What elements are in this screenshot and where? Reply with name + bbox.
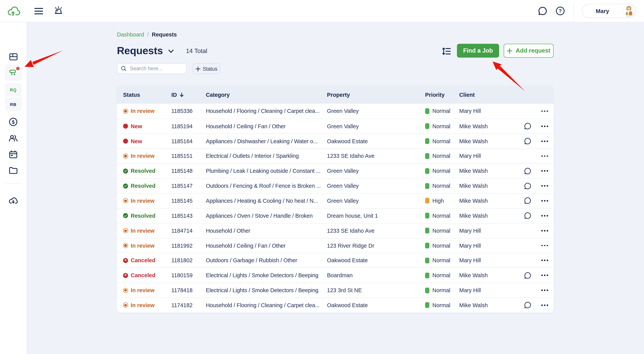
siren-alerts-icon[interactable] [53, 6, 64, 16]
priority-label: Normal [432, 302, 450, 308]
sidebar-item-dashboard[interactable] [5, 48, 22, 65]
app-window: ? Mary [0, 0, 644, 354]
column-header-property[interactable]: Property [327, 92, 425, 98]
search-input[interactable] [129, 65, 183, 72]
help-icon[interactable]: ? [555, 6, 566, 16]
request-id: 1185148 [171, 168, 206, 174]
column-header-priority[interactable]: Priority [425, 92, 459, 98]
priority-swatch [425, 287, 429, 293]
row-menu-button[interactable] [536, 215, 554, 217]
status-filter-chip[interactable]: Status [193, 63, 220, 74]
chat-icon[interactable] [524, 271, 532, 279]
sidebar-item-accounting[interactable]: $ [5, 113, 22, 130]
ellipsis-icon [542, 289, 543, 291]
row-menu-button[interactable] [536, 170, 554, 172]
add-request-label: Add request [516, 47, 550, 54]
row-menu-button[interactable] [536, 110, 554, 112]
topbar-divider [574, 4, 574, 18]
status-label: New [131, 123, 142, 129]
category-cell: Appliances / Oven / Stove / Handle / Bro… [206, 213, 327, 219]
table-row[interactable]: Canceled 1180159 Electrical / Lights / S… [117, 268, 554, 283]
table-row[interactable]: In review 1174182 Household / Flooring /… [117, 298, 554, 312]
sidebar-item-contacts[interactable] [5, 130, 22, 147]
row-height-icon[interactable] [441, 45, 452, 57]
table-row[interactable]: In review 1181992 Household / Ceiling / … [117, 238, 554, 253]
search-box [117, 63, 187, 74]
column-header-status[interactable]: Status [123, 92, 171, 98]
table-row[interactable]: Canceled 1181802 Outdoors / Garbage / Ru… [117, 253, 554, 268]
chat-icon[interactable] [524, 197, 532, 205]
chat-icon[interactable] [524, 301, 532, 309]
sidebar-item-rb[interactable]: RB [5, 97, 22, 111]
category-cell: Appliances / Dishwasher / Leaking / Wate… [206, 138, 327, 144]
priority-label: Normal [432, 213, 450, 219]
client-cell: Mary Hill [459, 228, 519, 234]
priority-label: Normal [432, 123, 450, 129]
row-menu-button[interactable] [536, 275, 554, 276]
table-row[interactable]: Resolved 1185148 Plumbing / Leak / Leaki… [117, 163, 554, 178]
status-icon [123, 153, 128, 158]
chat-icon[interactable] [524, 137, 532, 145]
row-menu-button[interactable] [536, 200, 554, 202]
chat-icon[interactable] [524, 167, 532, 175]
table-row[interactable]: New 1185194 Household / Ceiling / Fan / … [117, 119, 554, 134]
chat-icon[interactable] [524, 212, 532, 220]
status-label: Resolved [131, 168, 156, 174]
chat-icon[interactable] [524, 182, 532, 190]
row-menu-button[interactable] [536, 155, 554, 157]
sidebar-item-calendar[interactable] [5, 146, 22, 163]
request-id: 1185145 [171, 198, 206, 204]
status-label: In review [131, 242, 154, 249]
status-icon [123, 303, 128, 308]
sidebar-item-rq[interactable]: RQ [5, 83, 22, 97]
status-icon [123, 273, 128, 278]
row-menu-button[interactable] [536, 289, 554, 291]
priority-label: Normal [432, 138, 450, 144]
table-row[interactable]: In review 1178418 Electrical / Lights / … [117, 283, 554, 298]
add-request-button[interactable]: Add request [504, 44, 554, 58]
table-row[interactable]: In review 1184714 Household / Other 1233… [117, 223, 554, 238]
ellipsis-icon [542, 275, 543, 276]
status-icon [123, 258, 128, 263]
plus-icon [507, 48, 513, 54]
property-cell: Green Valley [327, 198, 425, 204]
row-menu-button[interactable] [536, 245, 554, 246]
app-logo[interactable] [0, 0, 26, 22]
hamburger-menu-icon[interactable] [34, 7, 44, 15]
table-row[interactable]: Resolved 1185147 Outdoors / Fencing & Ro… [117, 178, 554, 193]
breadcrumb-dashboard-link[interactable]: Dashboard [117, 32, 144, 38]
row-menu-button[interactable] [536, 140, 554, 142]
category-cell: Electrical / Outlets / Interior / Sparkl… [206, 153, 327, 159]
ellipsis-icon [542, 140, 543, 142]
column-header-category[interactable]: Category [206, 92, 327, 98]
row-menu-button[interactable] [536, 260, 554, 261]
table-row[interactable]: New 1185164 Appliances / Dishwasher / Le… [117, 133, 554, 148]
priority-swatch [425, 272, 429, 278]
table-row[interactable]: Resolved 1185143 Appliances / Oven / Sto… [117, 208, 554, 223]
ellipsis-icon [542, 245, 543, 246]
sort-desc-icon [179, 92, 184, 97]
category-cell: Plumbing / Leak / Leaking outside / Cons… [206, 168, 327, 174]
row-menu-button[interactable] [536, 185, 554, 187]
sidebar-item-files[interactable] [5, 162, 22, 179]
table-row[interactable]: In review 1185336 Household / Flooring /… [117, 104, 554, 119]
sidebar-item-maintenance-active[interactable] [4, 65, 22, 81]
messages-icon[interactable] [538, 6, 548, 16]
property-cell: Oakwood Estate [327, 257, 425, 264]
find-a-job-button[interactable]: Find a Job [457, 44, 499, 58]
calendar-icon [8, 149, 18, 159]
table-row[interactable]: In review 1185151 Electrical / Outlets /… [117, 148, 554, 163]
status-label: In review [131, 153, 154, 159]
request-id: 1185194 [171, 123, 206, 129]
chat-icon[interactable] [524, 122, 532, 130]
row-menu-button[interactable] [536, 230, 554, 232]
row-menu-button[interactable] [536, 125, 554, 127]
row-menu-button[interactable] [536, 304, 554, 306]
table-row[interactable]: In review 1185145 Appliances / Heating &… [117, 193, 554, 208]
column-header-client[interactable]: Client [459, 92, 519, 98]
chevron-down-icon[interactable] [168, 49, 174, 54]
property-cell: Green Valley [327, 183, 425, 189]
user-menu[interactable]: Mary [582, 4, 636, 18]
column-header-id[interactable]: ID [171, 92, 206, 98]
sidebar-item-downloads[interactable] [5, 192, 22, 209]
